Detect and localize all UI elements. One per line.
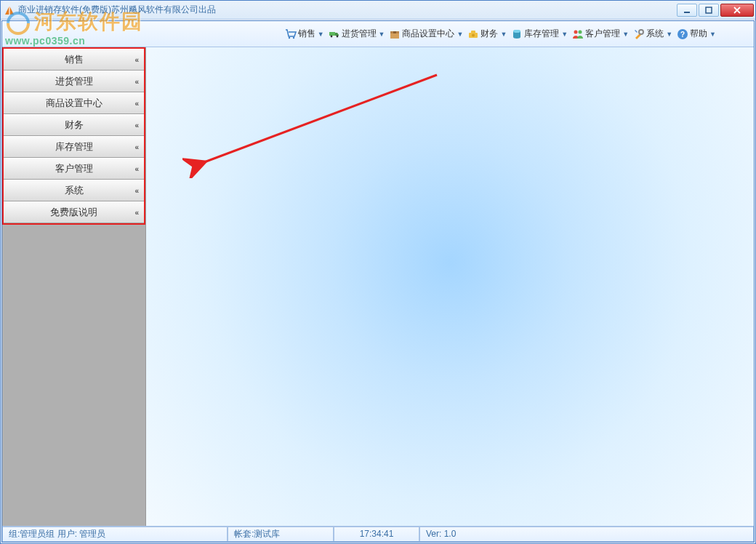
toolbar-label: 进货管理 <box>342 28 377 40</box>
sidebar-item-customers[interactable]: 客户管理« <box>4 158 144 180</box>
dropdown-icon: ▼ <box>666 31 672 38</box>
svg-point-4 <box>288 36 289 38</box>
svg-rect-11 <box>393 31 396 33</box>
statusbar: 组:管理员组 用户: 管理员 帐套:测试库 17:34:41 Ver: 1.0 <box>2 526 754 542</box>
svg-point-18 <box>579 30 582 33</box>
svg-point-19 <box>639 30 643 34</box>
sidebar-item-freeversion[interactable]: 免费版说明« <box>4 201 144 223</box>
annotation-arrow-icon <box>182 69 444 178</box>
sidebar-item-sales[interactable]: 销售« <box>4 49 144 71</box>
chevron-left-icon: « <box>134 56 137 64</box>
toolbar-label: 销售 <box>298 28 315 40</box>
svg-point-8 <box>336 35 338 37</box>
inner-frame: 销售 ▼ 进货管理 ▼ 商品设置中心 ▼ 财务 ▼ 库存管理 ▼ <box>1 20 755 543</box>
svg-rect-14 <box>471 31 475 33</box>
sidebar-item-label: 销售 <box>65 53 84 66</box>
toolbar-label: 系统 <box>646 28 664 40</box>
maximize-button[interactable] <box>699 4 719 17</box>
chevron-left-icon: « <box>134 187 137 195</box>
dropdown-icon: ▼ <box>457 31 463 38</box>
svg-rect-0 <box>684 12 690 13</box>
sidebar-item-label: 免费版说明 <box>50 206 97 219</box>
toolbar-item-inventory[interactable]: 库存管理 ▼ <box>510 26 569 41</box>
dropdown-icon: ▼ <box>500 31 507 38</box>
sidebar-item-label: 客户管理 <box>55 162 93 175</box>
chevron-left-icon: « <box>134 143 137 151</box>
sidebar: 销售« 进货管理« 商品设置中心« 财务« 库存管理« 客户管理« 系统« 免费… <box>2 47 146 526</box>
toolbar-label: 帮助 <box>690 28 707 40</box>
svg-text:?: ? <box>680 31 685 39</box>
svg-point-16 <box>513 30 520 33</box>
chevron-left-icon: « <box>134 165 137 173</box>
chevron-left-icon: « <box>134 209 137 217</box>
status-version: Ver: 1.0 <box>419 527 754 542</box>
titlebar-left: 商业进销存软件(免费版)苏州飚风软件有限公司出品 <box>4 4 216 16</box>
chevron-left-icon: « <box>134 78 137 86</box>
app-icon <box>4 4 15 16</box>
toolbar-item-customers[interactable]: 客户管理 ▼ <box>571 26 630 41</box>
box-icon <box>389 28 401 40</box>
toolbar-label: 商品设置中心 <box>402 28 454 40</box>
status-user: 组:管理员组 用户: 管理员 <box>2 527 228 542</box>
toolbar-item-purchase[interactable]: 进货管理 ▼ <box>327 26 387 41</box>
sidebar-item-label: 系统 <box>65 184 84 197</box>
toolbar-item-finance[interactable]: 财务 ▼ <box>466 26 508 41</box>
top-toolbar: 销售 ▼ 进货管理 ▼ 商品设置中心 ▼ 财务 ▼ 库存管理 ▼ <box>2 21 754 47</box>
sidebar-item-label: 库存管理 <box>55 140 93 153</box>
status-account: 帐套:测试库 <box>228 527 334 542</box>
content-area <box>146 47 754 526</box>
toolbar-item-help[interactable]: ? 帮助 ▼ <box>675 26 717 41</box>
sidebar-item-label: 财务 <box>65 119 84 132</box>
toolbar-item-products[interactable]: 商品设置中心 ▼ <box>387 26 465 41</box>
sidebar-item-label: 进货管理 <box>55 75 93 88</box>
dropdown-icon: ▼ <box>622 31 629 38</box>
titlebar: 商业进销存软件(免费版)苏州飚风软件有限公司出品 <box>1 1 755 20</box>
database-icon <box>511 28 523 40</box>
money-icon <box>467 28 479 40</box>
svg-point-17 <box>574 30 578 33</box>
sidebar-item-inventory[interactable]: 库存管理« <box>4 136 144 158</box>
tools-icon <box>633 28 645 40</box>
dropdown-icon: ▼ <box>561 31 568 38</box>
truck-icon <box>329 28 340 40</box>
sidebar-menu-highlighted: 销售« 进货管理« 商品设置中心« 财务« 库存管理« 客户管理« 系统« 免费… <box>2 47 145 225</box>
help-icon: ? <box>677 28 688 40</box>
chevron-left-icon: « <box>134 100 137 108</box>
minimize-button[interactable] <box>677 4 697 17</box>
svg-rect-1 <box>706 7 712 13</box>
cart-icon <box>285 28 297 40</box>
toolbar-item-system[interactable]: 系统 ▼ <box>632 26 674 41</box>
toolbar-item-sales[interactable]: 销售 ▼ <box>284 26 326 41</box>
sidebar-item-system[interactable]: 系统« <box>4 180 144 201</box>
dropdown-icon: ▼ <box>379 31 385 38</box>
toolbar-label: 客户管理 <box>585 28 620 40</box>
users-icon <box>572 28 584 40</box>
chevron-left-icon: « <box>134 121 137 129</box>
toolbar-label: 财务 <box>480 28 498 40</box>
svg-line-22 <box>204 75 437 162</box>
sidebar-item-purchase[interactable]: 进货管理« <box>4 71 144 92</box>
app-window: 商业进销存软件(免费版)苏州飚风软件有限公司出品 河东软件园 www.pc035… <box>0 0 756 544</box>
body-split: 销售« 进货管理« 商品设置中心« 财务« 库存管理« 客户管理« 系统« 免费… <box>2 47 754 526</box>
window-controls <box>677 4 754 17</box>
close-button[interactable] <box>720 4 754 17</box>
svg-point-5 <box>292 36 294 38</box>
sidebar-item-products[interactable]: 商品设置中心« <box>4 92 144 114</box>
svg-rect-6 <box>329 32 335 36</box>
dropdown-icon: ▼ <box>318 31 324 38</box>
sidebar-item-label: 商品设置中心 <box>46 97 102 110</box>
dropdown-icon: ▼ <box>709 31 716 38</box>
status-time: 17:34:41 <box>334 527 419 542</box>
window-title: 商业进销存软件(免费版)苏州飚风软件有限公司出品 <box>18 4 216 16</box>
svg-point-13 <box>472 33 475 36</box>
toolbar-label: 库存管理 <box>524 28 559 40</box>
sidebar-item-finance[interactable]: 财务« <box>4 114 144 136</box>
svg-point-7 <box>330 35 332 37</box>
